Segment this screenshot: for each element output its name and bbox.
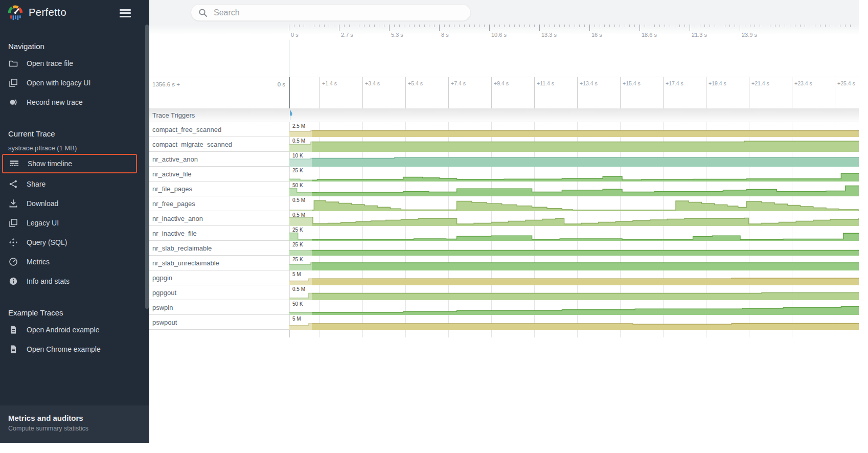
track-max-value-label: 10 K <box>292 153 303 158</box>
time-ruler-grid-label: +23.4 s <box>794 80 812 86</box>
track-row-trace-triggers[interactable]: Trace Triggers <box>149 108 859 122</box>
sidebar-item-label: Open with legacy UI <box>27 79 90 87</box>
counter-chart[interactable] <box>289 137 859 152</box>
track-row-nr-inactive-file[interactable]: nr_inactive_file25 K <box>149 226 859 241</box>
counter-chart[interactable] <box>289 256 859 270</box>
track-name: nr_active_file <box>152 170 192 178</box>
record-icon <box>8 97 18 107</box>
sidebar-item-show-timeline[interactable]: Show timeline <box>2 154 137 173</box>
track-name: nr_inactive_anon <box>152 215 203 222</box>
track-row-compact-migrate-scanned[interactable]: compact_migrate_scanned0.5 M <box>149 137 859 152</box>
time-ruler-gridline <box>620 77 621 108</box>
track-row-nr-inactive-anon[interactable]: nr_inactive_anon0.5 M <box>149 211 859 226</box>
track-row-pswpin[interactable]: pswpin50 K <box>149 300 859 315</box>
track-row-compact-free-scanned[interactable]: compact_free_scanned2.5 M <box>149 122 859 137</box>
sidebar-item-legacy-ui[interactable]: Legacy UI <box>0 213 139 233</box>
track-name: nr_file_pages <box>152 185 192 193</box>
counter-chart[interactable] <box>289 211 859 226</box>
time-ruler-gridline <box>792 77 792 108</box>
sidebar-item-record-new-trace[interactable]: Record new trace <box>0 93 139 112</box>
track-row-pgpgout[interactable]: pgpgout0.5 M <box>149 285 859 300</box>
sidebar: Perfetto NavigationOpen trace fileOpen w… <box>0 0 149 443</box>
track-row-nr-slab-unreclaimable[interactable]: nr_slab_unreclaimable25 K <box>149 256 859 270</box>
sidebar-item-open-with-legacy-ui[interactable]: Open with legacy UI <box>0 73 139 93</box>
counter-chart[interactable] <box>289 152 859 167</box>
counter-chart[interactable] <box>289 300 859 315</box>
time-ruler-gridline <box>405 77 406 108</box>
track-name: pgpgin <box>152 274 172 282</box>
section-title-current-trace: Current Trace <box>0 129 139 138</box>
trigger-flag-icon[interactable] <box>289 109 295 121</box>
time-ruler[interactable]: 1356.6 s + 0 s +1.4 s+3.4 s+5.4 s+7.4 s+… <box>149 77 859 108</box>
track-row-nr-file-pages[interactable]: nr_file_pages50 K <box>149 182 859 196</box>
time-ruler-grid-label: +13.4 s <box>580 80 598 86</box>
app-title: Perfetto <box>29 7 66 18</box>
track-row-pswpout[interactable]: pswpout5 M <box>149 315 859 330</box>
time-ruler-zero-line <box>289 77 290 108</box>
counter-chart[interactable] <box>289 167 859 182</box>
track-max-value-label: 0.5 M <box>292 197 305 203</box>
scrollbar-thumb[interactable] <box>145 25 149 309</box>
sidebar-scrollbar[interactable] <box>139 0 149 443</box>
track-row-nr-slab-reclaimable[interactable]: nr_slab_reclaimable25 K <box>149 241 859 256</box>
sidebar-item-label: Open Android example <box>27 326 99 334</box>
legacy-ui-icon <box>8 218 18 228</box>
search-input[interactable]: Search <box>191 4 471 21</box>
metrics-auditors-subtitle: Compute summary statistics <box>8 425 141 432</box>
track-max-value-label: 0.5 M <box>292 138 305 144</box>
time-ruler-gridline <box>706 77 706 108</box>
sidebar-item-label: Open trace file <box>27 59 73 67</box>
time-ruler-gridline <box>835 77 835 108</box>
sidebar-item-label: Metrics <box>27 258 50 266</box>
sidebar-item-open-android-example[interactable]: Open Android example <box>0 320 139 339</box>
counter-chart[interactable] <box>289 315 859 330</box>
document-icon <box>8 344 18 354</box>
search-icon <box>198 8 208 17</box>
track-max-value-label: 0.5 M <box>292 286 305 292</box>
topbar-fade <box>149 25 859 35</box>
section-title-example-traces: Example Traces <box>0 308 139 317</box>
time-ruler-gridline <box>319 77 320 108</box>
track-row-nr-active-file[interactable]: nr_active_file25 K <box>149 167 859 182</box>
time-ruler-gridline <box>577 77 578 108</box>
counter-chart[interactable] <box>289 182 859 196</box>
time-ruler-gridline <box>749 77 749 108</box>
sidebar-item-label: Query (SQL) <box>27 238 67 246</box>
metrics-auditors-panel[interactable]: Metrics and auditors Compute summary sta… <box>0 405 149 443</box>
counter-chart[interactable] <box>289 270 859 285</box>
track-name: nr_free_pages <box>152 200 195 208</box>
sidebar-item-label: Record new trace <box>27 98 83 106</box>
time-ruler-grid-label: +15.4 s <box>623 80 641 86</box>
time-ruler-grid-label: +21.4 s <box>751 80 769 86</box>
share-icon <box>8 179 18 189</box>
counter-chart[interactable] <box>289 196 859 211</box>
sidebar-item-info-and-stats[interactable]: Info and stats <box>0 271 139 291</box>
time-ruler-grid-label: +17.4 s <box>666 80 683 86</box>
counter-chart[interactable] <box>289 226 859 241</box>
time-ruler-grid-label: +5.4 s <box>408 80 423 86</box>
sidebar-item-open-trace-file[interactable]: Open trace file <box>0 54 139 73</box>
sidebar-item-download[interactable]: Download <box>0 194 139 213</box>
app-window: { "sidebar": { "logo_title": "Perfetto",… <box>0 0 868 453</box>
sidebar-item-label: Open Chrome example <box>27 345 101 353</box>
track-name: Trace Triggers <box>152 111 195 119</box>
sidebar-item-metrics[interactable]: Metrics <box>0 252 139 271</box>
sidebar-item-label: Show timeline <box>28 160 72 168</box>
sidebar-item-query-sql-[interactable]: Query (SQL) <box>0 233 139 252</box>
sidebar-item-share[interactable]: Share <box>0 174 139 194</box>
track-row-pgpgin[interactable]: pgpgin5 M <box>149 270 859 285</box>
time-ruler-gridline <box>534 77 535 108</box>
track-max-value-label: 2.5 M <box>292 123 305 129</box>
track-name: compact_migrate_scanned <box>152 141 232 148</box>
track-max-value-label: 0.5 M <box>292 212 305 218</box>
counter-chart[interactable] <box>289 285 859 300</box>
menu-icon[interactable] <box>120 7 131 19</box>
counter-chart[interactable] <box>289 122 859 137</box>
counter-chart[interactable] <box>289 241 859 256</box>
timeline-icon <box>9 158 19 169</box>
sidebar-item-open-chrome-example[interactable]: Open Chrome example <box>0 339 139 359</box>
sidebar-item-label: Download <box>27 199 58 208</box>
track-row-nr-active-anon[interactable]: nr_active_anon10 K <box>149 152 859 167</box>
track-row-nr-free-pages[interactable]: nr_free_pages0.5 M <box>149 196 859 211</box>
track-max-value-label: 25 K <box>292 257 303 262</box>
